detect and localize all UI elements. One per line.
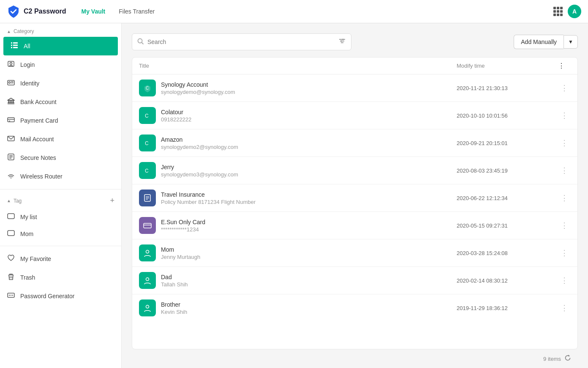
svg-text:C: C [145, 113, 149, 119]
user-avatar[interactable]: A [568, 5, 581, 18]
sidebar-item-mail[interactable]: Mail Account [0, 130, 121, 148]
nav-my-vault[interactable]: My Vault [76, 5, 110, 17]
row-menu-button[interactable]: ⋮ [558, 166, 571, 175]
sidebar-tag-mom[interactable]: Mom [0, 225, 121, 242]
layout: ▲ Category All Login Identity [0, 23, 588, 368]
table-row[interactable]: C Amazon synologydemo2@synology.com 2020… [132, 129, 577, 157]
row-menu-button[interactable]: ⋮ [558, 276, 571, 285]
add-manually-dropdown-button[interactable]: ▼ [564, 35, 578, 49]
main-content: Add Manually ▼ Title Modify time ⋮ C Syn… [122, 23, 588, 368]
row-subtitle: synologydemo2@synology.com [161, 144, 457, 150]
table-row[interactable]: C Colatour 0918222222 2020-10-10 10:01:5… [132, 102, 577, 129]
sidebar-notes-label: Secure Notes [20, 154, 56, 161]
svg-rect-1 [11, 42, 12, 44]
sidebar-item-password-gen[interactable]: Password Generator [0, 287, 121, 305]
apps-grid-icon[interactable] [553, 7, 563, 16]
refresh-icon[interactable] [564, 354, 571, 363]
row-icon-notes [139, 189, 156, 206]
row-title: Synology Account [161, 81, 457, 88]
tag-mylist-icon [7, 213, 15, 221]
table-row[interactable]: E.Sun Only Card ************1234 2020-05… [132, 212, 577, 239]
search-input[interactable] [147, 38, 335, 45]
table-row[interactable]: Travel Insurance Policy Number 8171234 F… [132, 184, 577, 212]
row-modify-time: 2019-11-29 18:36:12 [457, 305, 558, 311]
category-collapse-icon[interactable]: ▲ [7, 29, 11, 34]
row-info: Colatour 0918222222 [161, 109, 457, 123]
row-menu-button[interactable]: ⋮ [558, 138, 571, 148]
row-info: Amazon synologydemo2@synology.com [161, 136, 457, 150]
row-icon-login: C [139, 80, 156, 96]
sidebar-bank-label: Bank Account [20, 99, 57, 105]
tag-collapse-icon[interactable]: ▲ [7, 198, 11, 203]
col-actions-header: ⋮ [558, 62, 571, 70]
tag-mom-icon [7, 230, 15, 238]
row-menu-button[interactable]: ⋮ [558, 193, 571, 203]
sidebar-trash-label: Trash [20, 274, 35, 281]
row-modify-time: 2020-08-03 23:45:19 [457, 168, 558, 174]
row-subtitle: synologydemo3@synology.com [161, 171, 457, 178]
row-menu-button[interactable]: ⋮ [558, 221, 571, 230]
sidebar-item-identity[interactable]: Identity [0, 74, 121, 93]
svg-rect-15 [11, 100, 11, 103]
row-modify-time: 2020-06-22 12:12:34 [457, 195, 558, 201]
svg-text:C: C [145, 140, 149, 146]
svg-point-33 [9, 295, 10, 296]
svg-rect-2 [13, 42, 18, 44]
heart-icon [7, 254, 15, 264]
router-icon [7, 172, 15, 181]
row-icon-identity [139, 272, 156, 289]
svg-point-27 [11, 177, 11, 178]
row-modify-time: 2020-09-21 20:15:01 [457, 140, 558, 146]
table-row[interactable]: Dad Tallah Shih 2020-02-14 08:30:12 ⋮ [132, 267, 577, 294]
sidebar-item-favorite[interactable]: My Favorite [0, 250, 121, 268]
sidebar-item-trash[interactable]: Trash [0, 268, 121, 287]
table-row[interactable]: C Jerry synologydemo3@synology.com 2020-… [132, 157, 577, 184]
row-title: Colatour [161, 109, 457, 115]
tag-mylist-label: My list [20, 214, 37, 220]
sidebar-item-router[interactable]: Wireless Router [0, 167, 121, 186]
tag-label: Tag [14, 198, 22, 204]
row-icon-login: C [139, 135, 156, 151]
svg-rect-3 [11, 45, 12, 46]
sidebar-item-payment-card[interactable]: Payment Card [0, 111, 121, 130]
sidebar-item-notes[interactable]: Secure Notes [0, 148, 121, 167]
row-subtitle: synologydemo@synology.com [161, 89, 457, 95]
row-menu-button[interactable]: ⋮ [558, 111, 571, 120]
sidebar-item-all[interactable]: All [3, 37, 118, 55]
row-icon-login: C [139, 107, 156, 124]
table-row[interactable]: C Synology Account synologydemo@synology… [132, 74, 577, 102]
sidebar-tag-mylist[interactable]: My list [0, 209, 121, 225]
sidebar-divider-2 [0, 246, 121, 246]
row-info: Mom Jenny Murtaugh [161, 246, 457, 260]
svg-point-54 [146, 278, 149, 281]
sidebar-identity-label: Identity [20, 80, 39, 87]
row-title: Jerry [161, 164, 457, 170]
sidebar-item-bank[interactable]: Bank Account [0, 93, 121, 111]
nav-links: My Vault Files Transfer [76, 5, 160, 17]
row-subtitle: ************1234 [161, 226, 457, 233]
row-subtitle: 0918222222 [161, 116, 457, 123]
table-row[interactable]: Brother Kevin Shih 2019-11-29 18:36:12 ⋮ [132, 294, 577, 321]
row-menu-button[interactable]: ⋮ [558, 303, 571, 313]
logo-icon [7, 5, 20, 18]
add-manually-main-button[interactable]: Add Manually [514, 35, 564, 49]
table-row[interactable]: Mom Jenny Murtaugh 2020-03-28 15:24:08 ⋮ [132, 239, 577, 267]
app-name: C2 Password [24, 8, 66, 15]
filter-icon[interactable] [338, 37, 346, 47]
row-menu-button[interactable]: ⋮ [558, 83, 571, 93]
row-subtitle: Policy Number 8171234 Flight Number [161, 199, 457, 205]
svg-point-8 [10, 63, 12, 65]
row-modify-time: 2020-03-28 15:24:08 [457, 250, 558, 256]
row-title: Travel Insurance [161, 191, 457, 198]
tag-add-button[interactable]: + [110, 196, 114, 205]
nav-files-transfer[interactable]: Files Transfer [114, 5, 160, 17]
category-header: ▲ Category [0, 23, 121, 37]
topnav: C2 Password My Vault Files Transfer A [0, 0, 588, 23]
generator-icon [7, 291, 15, 301]
sidebar-item-login[interactable]: Login [0, 55, 121, 74]
sidebar-pwgen-label: Password Generator [20, 293, 74, 299]
identity-icon [7, 79, 15, 88]
svg-rect-19 [8, 118, 14, 122]
row-subtitle: Kevin Shih [161, 309, 457, 315]
row-menu-button[interactable]: ⋮ [558, 248, 571, 258]
